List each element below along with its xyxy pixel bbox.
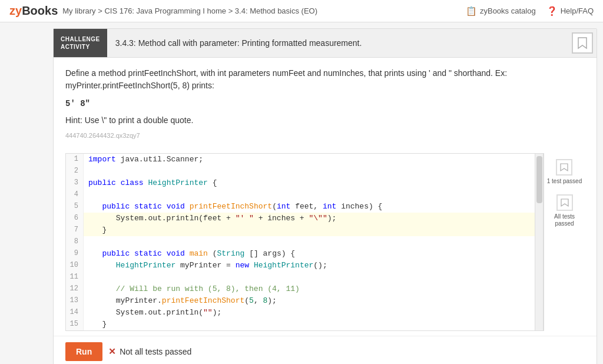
status-text: Not all tests passed bbox=[120, 347, 191, 356]
code-example: 5' 8" bbox=[65, 99, 585, 108]
logo-books: Books bbox=[22, 4, 58, 17]
code-line-1: 1 import java.util.Scanner; bbox=[66, 154, 535, 166]
line-content-13: myPrinter.printFeetInchShort(5, 8); bbox=[84, 295, 281, 307]
line-num-5: 5 bbox=[66, 201, 84, 213]
logo-zy: zy bbox=[9, 4, 22, 17]
code-line-9: 9 public static void main (String [] arg… bbox=[66, 248, 535, 260]
status-x-icon: ✕ bbox=[108, 346, 116, 357]
line-content-14: System.out.println(""); bbox=[84, 307, 226, 319]
code-line-3: 3 public class HeightPrinter { bbox=[66, 177, 535, 189]
code-editor-container[interactable]: 1 import java.util.Scanner; 2 3 public c… bbox=[65, 153, 544, 331]
catalog-link[interactable]: 📋 zyBooks catalog bbox=[466, 6, 536, 16]
challenge-header: CHALLENGE ACTIVITY 3.4.3: Method call wi… bbox=[54, 29, 597, 58]
test-result-1-passed: 1 test passed bbox=[547, 159, 582, 185]
line-content-12: // Will be run with (5, 8), then (4, 11) bbox=[84, 283, 304, 295]
test-all-passed-icon bbox=[556, 194, 573, 211]
code-line-13: 13 myPrinter.printFeetInchShort(5, 8); bbox=[66, 295, 535, 307]
line-num-3: 3 bbox=[66, 177, 84, 189]
line-num-13: 13 bbox=[66, 295, 84, 307]
line-content-7: } bbox=[84, 224, 111, 236]
help-icon: ❓ bbox=[546, 6, 558, 16]
challenge-title: 3.4.3: Method call with parameter: Print… bbox=[107, 29, 572, 57]
bottom-toolbar: Run ✕ Not all tests passed bbox=[54, 336, 597, 364]
line-num-2: 2 bbox=[66, 166, 84, 177]
code-line-8: 8 bbox=[66, 236, 535, 248]
code-line-5: 5 public static void printFeetInchShort(… bbox=[66, 201, 535, 213]
code-line-6: 6 System.out.println(feet + "' " + inche… bbox=[66, 213, 535, 224]
line-num-7: 7 bbox=[66, 224, 84, 236]
code-line-15: 15 } bbox=[66, 319, 535, 330]
top-nav: zyBooks My library > CIS 176: Java Progr… bbox=[0, 0, 603, 22]
test-sidebar: 1 test passed All tests passed bbox=[544, 153, 585, 331]
test-1-passed-icon bbox=[556, 159, 572, 176]
line-content-3: public class HeightPrinter { bbox=[84, 177, 221, 189]
sidebar-spacer bbox=[0, 22, 47, 364]
line-content-11 bbox=[84, 272, 93, 283]
code-line-12: 12 // Will be run with (5, 8), then (4, … bbox=[66, 283, 535, 295]
line-content-10: HeightPrinter myPrinter = new HeightPrin… bbox=[84, 260, 332, 272]
test-result-all-passed: All tests passed bbox=[546, 194, 582, 227]
challenge-label-line1: CHALLENGE bbox=[61, 35, 100, 43]
line-num-10: 10 bbox=[66, 260, 84, 272]
challenge-description: Define a method printFeetInchShort, with… bbox=[65, 67, 585, 92]
help-label: Help/FAQ bbox=[561, 6, 594, 15]
challenge-label-line2: ACTIVITY bbox=[61, 43, 100, 51]
line-content-9: public static void main (String [] args)… bbox=[84, 248, 300, 260]
code-line-4: 4 bbox=[66, 189, 535, 201]
line-content-8 bbox=[84, 236, 93, 248]
challenge-panel: CHALLENGE ACTIVITY 3.4.3: Method call wi… bbox=[53, 28, 597, 364]
line-num-14: 14 bbox=[66, 307, 84, 319]
code-line-10: 10 HeightPrinter myPrinter = new HeightP… bbox=[66, 260, 535, 272]
status-container: ✕ Not all tests passed bbox=[108, 346, 191, 357]
code-line-7: 7 } bbox=[66, 224, 535, 236]
challenge-bookmark-icon bbox=[572, 32, 593, 54]
main-content: CHALLENGE ACTIVITY 3.4.3: Method call wi… bbox=[0, 22, 603, 364]
test-all-label: All tests passed bbox=[546, 213, 582, 227]
editor-section: 1 import java.util.Scanner; 2 3 public c… bbox=[65, 153, 585, 331]
logo: zyBooks bbox=[9, 4, 58, 18]
nav-right: 📋 zyBooks catalog ❓ Help/FAQ bbox=[466, 6, 594, 16]
line-content-15: } bbox=[84, 319, 111, 330]
code-line-14: 14 System.out.println(""); bbox=[66, 307, 535, 319]
scrollbar-thumb bbox=[536, 156, 542, 203]
activity-id: 444740.2644432.qx3zqy7 bbox=[65, 132, 585, 139]
line-num-11: 11 bbox=[66, 272, 84, 283]
run-button[interactable]: Run bbox=[65, 342, 102, 361]
hint-text: Hint: Use \" to print a double quote. bbox=[65, 115, 585, 125]
line-content-5: public static void printFeetInchShort(in… bbox=[84, 201, 387, 213]
line-num-12: 12 bbox=[66, 283, 84, 295]
breadcrumb: My library > CIS 176: Java Programming I… bbox=[62, 6, 317, 15]
line-num-6: 6 bbox=[66, 213, 84, 224]
test-1-label: 1 test passed bbox=[547, 178, 582, 185]
line-num-9: 9 bbox=[66, 248, 84, 260]
code-line-2: 2 bbox=[66, 166, 535, 177]
line-content-1: import java.util.Scanner; bbox=[84, 154, 208, 166]
help-link[interactable]: ❓ Help/FAQ bbox=[546, 6, 594, 16]
line-num-4: 4 bbox=[66, 189, 84, 201]
editor-scrollbar[interactable] bbox=[535, 154, 543, 330]
line-content-2 bbox=[84, 166, 93, 177]
line-content-4 bbox=[84, 189, 93, 201]
catalog-label: zyBooks catalog bbox=[480, 6, 536, 15]
line-num-1: 1 bbox=[66, 154, 84, 166]
line-content-6: System.out.println(feet + "' " + inches … bbox=[84, 213, 341, 224]
challenge-body: Define a method printFeetInchShort, with… bbox=[54, 58, 597, 153]
line-num-15: 15 bbox=[66, 319, 84, 330]
catalog-icon: 📋 bbox=[466, 6, 477, 16]
line-num-8: 8 bbox=[66, 236, 84, 248]
challenge-label: CHALLENGE ACTIVITY bbox=[54, 29, 107, 57]
code-editor[interactable]: 1 import java.util.Scanner; 2 3 public c… bbox=[66, 154, 535, 330]
code-line-11: 11 bbox=[66, 272, 535, 283]
